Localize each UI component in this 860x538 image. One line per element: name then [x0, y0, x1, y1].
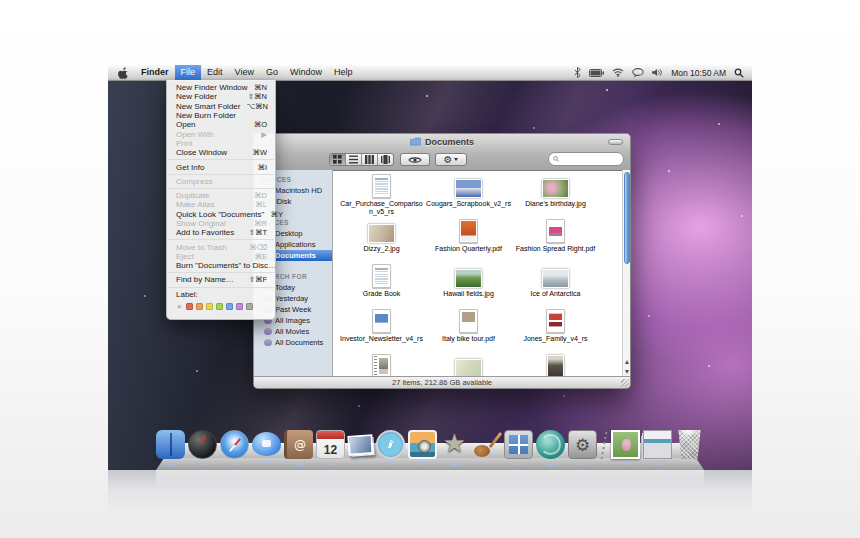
search-input[interactable] [561, 154, 619, 165]
view-icon-button[interactable] [330, 154, 346, 165]
menu-item-find-by-name[interactable]: Find by Name…⇧⌘F [167, 275, 275, 284]
window-chrome[interactable]: Documents ⚙ [254, 134, 630, 171]
apple-menu-icon[interactable] [118, 67, 128, 79]
menu-item-new-smart-folder[interactable]: New Smart Folder⌥⌘N [167, 102, 275, 111]
view-list-button[interactable] [346, 154, 362, 165]
label-swatch-yellow[interactable] [206, 303, 213, 310]
menu-item-new-finder-window[interactable]: New Finder Window⌘N [167, 83, 275, 92]
ichat-bubble-icon[interactable] [632, 68, 644, 78]
menu-item-open[interactable]: Open⌘O [167, 120, 275, 129]
dock-ichat-icon[interactable] [252, 432, 281, 456]
label-color-row: × [167, 299, 275, 316]
file-item[interactable]: Italy bike tour.pdf [425, 307, 512, 352]
ical-date: 12 [317, 443, 344, 457]
dock-itunes-icon[interactable] [376, 430, 405, 459]
menu-item-eject[interactable]: Eject⌘E [167, 252, 275, 261]
dock-spaces-icon[interactable] [504, 430, 533, 459]
file-item[interactable] [512, 352, 599, 377]
menubar-edit[interactable]: Edit [201, 65, 229, 80]
label-clear-swatch[interactable]: × [177, 303, 182, 310]
file-item[interactable]: Hawaii fields.jpg [425, 262, 512, 307]
dock-finder-icon[interactable] [156, 430, 185, 459]
menu-separator [168, 159, 274, 160]
file-item[interactable]: Fashion Quarterly.pdf [425, 217, 512, 262]
file-item[interactable]: Grade Book [338, 262, 425, 307]
file-item[interactable] [425, 352, 512, 377]
menu-item-show-original[interactable]: Show Original⌘R [167, 219, 275, 228]
quick-look-button[interactable] [400, 153, 430, 166]
menu-item-quick-look[interactable]: Quick Look "Documents"⌘Y [167, 210, 275, 219]
action-menu-button[interactable]: ⚙ [435, 153, 467, 166]
label-swatch-red[interactable] [186, 303, 193, 310]
menu-item-print[interactable]: Print [167, 139, 275, 148]
scroll-down-button[interactable] [623, 367, 630, 376]
file-item[interactable]: Car_Purchase_Comparison_v5_rs [338, 172, 425, 217]
view-coverflow-button[interactable] [378, 154, 393, 165]
search-field[interactable] [548, 152, 624, 166]
window-titlebar[interactable]: Documents [254, 134, 630, 149]
scroll-up-button[interactable] [623, 357, 630, 366]
toolbar-toggle-button[interactable] [608, 139, 623, 145]
menu-item-burn-to-disc[interactable]: Burn "Documents" to Disc… [167, 261, 275, 270]
menu-item-compress[interactable]: Compress [167, 177, 275, 186]
label-swatch-orange[interactable] [196, 303, 203, 310]
label-swatch-purple[interactable] [236, 303, 243, 310]
sidebar-item-all-documents[interactable]: All Documents [254, 337, 332, 348]
menu-item-duplicate[interactable]: Duplicate⌘D [167, 191, 275, 200]
menu-separator [168, 188, 274, 189]
battery-icon[interactable] [589, 69, 604, 77]
menu-item-new-burn-folder[interactable]: New Burn Folder [167, 111, 275, 120]
menubar-go[interactable]: Go [260, 65, 284, 80]
file-item[interactable] [338, 352, 425, 377]
label-swatch-green[interactable] [216, 303, 223, 310]
dock-trash-icon[interactable] [675, 430, 704, 459]
scrollbar-thumb[interactable] [624, 172, 630, 264]
dock-iphoto-icon[interactable] [408, 430, 437, 459]
vertical-scrollbar[interactable] [622, 170, 630, 377]
file-item[interactable]: Dizzy_2.jpg [338, 217, 425, 262]
dock-safari-icon[interactable] [220, 430, 249, 459]
bluetooth-icon[interactable] [574, 67, 581, 78]
file-item[interactable]: Investor_Newsletter_v4_rs [338, 307, 425, 352]
dock-ical-icon[interactable]: 12 [316, 430, 345, 459]
label-swatch-blue[interactable] [226, 303, 233, 310]
dock-documents-stack-icon[interactable] [611, 430, 640, 459]
menubar-status-area: Mon 10:50 AM [574, 67, 752, 78]
menubar-clock[interactable]: Mon 10:50 AM [671, 68, 726, 78]
dock-dashboard-icon[interactable] [188, 430, 217, 459]
menu-item-close-window[interactable]: Close Window⌘W [167, 148, 275, 157]
file-item[interactable]: Ice of Antarctica [512, 262, 599, 307]
menubar-window[interactable]: Window [284, 65, 328, 80]
file-item[interactable]: Fashion Spread Right.pdf [512, 217, 599, 262]
menubar-finder[interactable]: Finder [135, 65, 175, 80]
dock-system-preferences-icon[interactable] [568, 430, 597, 459]
menu-item-make-alias[interactable]: Make Alias⌘L [167, 200, 275, 209]
dock-preview-icon[interactable] [347, 434, 373, 456]
dock-downloads-stack-icon[interactable] [643, 430, 672, 459]
dock-address-book-icon[interactable] [284, 430, 313, 459]
dock-time-machine-icon[interactable] [536, 430, 565, 459]
volume-icon[interactable] [652, 68, 663, 77]
menubar-file[interactable]: File [175, 65, 202, 80]
menu-item-new-folder[interactable]: New Folder⇧⌘N [167, 92, 275, 101]
file-grid: Car_Purchase_Comparison_v5_rs Cougars_Sc… [333, 170, 622, 377]
menu-item-get-info[interactable]: Get Info⌘I [167, 162, 275, 171]
wifi-icon[interactable] [612, 68, 624, 77]
resize-grip[interactable] [621, 379, 629, 387]
sidebar-item-all-movies[interactable]: All Movies [254, 326, 332, 337]
file-item[interactable]: Diane's birthday.jpg [512, 172, 599, 217]
menu-item-open-with[interactable]: Open With▶ [167, 129, 275, 138]
dock-garageband-icon[interactable] [472, 430, 501, 459]
menubar-help[interactable]: Help [328, 65, 359, 80]
menu-item-add-to-favorites[interactable]: Add to Favorites⇧⌘T [167, 228, 275, 237]
file-icon [372, 264, 391, 288]
menu-item-move-to-trash[interactable]: Move to Trash⌘⌫ [167, 242, 275, 251]
file-item[interactable]: Jones_Family_v4_rs [512, 307, 599, 352]
dock-imovie-icon[interactable] [440, 430, 469, 459]
view-column-button[interactable] [362, 154, 378, 165]
spotlight-icon[interactable] [734, 68, 744, 78]
menubar-view[interactable]: View [229, 65, 260, 80]
file-icon [372, 354, 391, 377]
file-item[interactable]: Cougars_Scrapbook_v2_rs [425, 172, 512, 217]
label-swatch-gray[interactable] [246, 303, 253, 310]
